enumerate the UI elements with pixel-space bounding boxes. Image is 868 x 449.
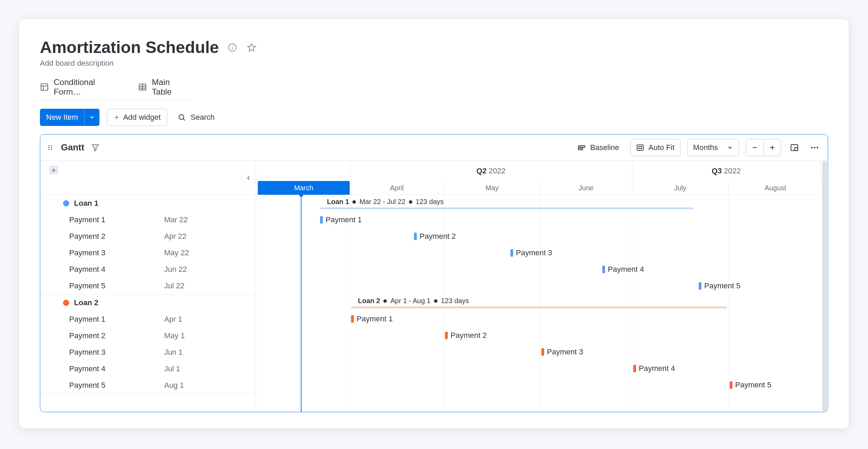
svg-point-32 xyxy=(814,147,816,148)
new-item-dropdown[interactable] xyxy=(84,109,99,126)
star-icon[interactable] xyxy=(246,42,257,53)
vertical-scrollbar[interactable] xyxy=(822,161,827,412)
board-view-icon xyxy=(40,83,49,92)
payment-marker[interactable] xyxy=(730,381,732,389)
item-name: Payment 2 xyxy=(40,232,164,241)
auto-fit-label: Auto Fit xyxy=(648,143,675,152)
svg-point-2 xyxy=(232,45,233,46)
svg-point-19 xyxy=(51,147,52,148)
item-row[interactable]: Payment 1Apr 1 xyxy=(40,311,256,328)
collapse-all-button[interactable] xyxy=(49,165,58,174)
timeline-header: Q2 2022Q3 2022 MarchAprilMayJuneJulyAugu… xyxy=(256,161,828,195)
group-header[interactable]: Loan 2 xyxy=(40,295,256,311)
item-date: Jun 22 xyxy=(164,265,187,274)
svg-point-20 xyxy=(51,149,52,150)
today-indicator xyxy=(301,195,301,412)
item-row[interactable]: Payment 5Aug 1 xyxy=(40,377,256,394)
timeline-quarter-label: Q3 2022 xyxy=(632,161,821,181)
board-description[interactable]: Add board description xyxy=(40,59,828,68)
item-row[interactable]: Payment 2May 1 xyxy=(40,328,256,344)
auto-fit-icon xyxy=(636,143,644,152)
item-name: Payment 3 xyxy=(40,248,164,257)
item-date: Mar 22 xyxy=(164,215,188,224)
item-date: Jul 1 xyxy=(164,364,180,373)
baseline-button[interactable]: Baseline xyxy=(573,139,623,156)
svg-line-14 xyxy=(183,119,185,121)
item-row[interactable]: Payment 5Jul 22 xyxy=(40,278,256,294)
item-date: May 22 xyxy=(164,248,189,257)
board-title[interactable]: Amortization Schedule xyxy=(40,38,219,57)
add-widget-label: Add widget xyxy=(123,113,161,122)
payment-marker[interactable] xyxy=(633,365,636,372)
payment-marker[interactable] xyxy=(351,315,354,323)
zoom-in-button[interactable] xyxy=(763,139,781,156)
item-date: May 1 xyxy=(164,331,185,340)
info-icon[interactable] xyxy=(226,42,238,53)
payment-marker-label: Payment 5 xyxy=(704,281,740,290)
more-options-button[interactable] xyxy=(808,139,822,156)
current-month-pill: March xyxy=(258,181,350,195)
tab-main-table[interactable]: Main Table xyxy=(138,77,191,97)
tab-label: Main Table xyxy=(152,77,191,97)
item-date: Jun 1 xyxy=(164,348,183,357)
search-button[interactable]: Search xyxy=(175,113,215,122)
search-label: Search xyxy=(191,113,215,122)
payment-marker-label: Payment 4 xyxy=(608,265,644,274)
item-row[interactable]: Payment 3May 22 xyxy=(40,245,256,261)
group-span-bar[interactable] xyxy=(351,307,727,308)
search-icon xyxy=(178,113,186,121)
auto-fit-button[interactable]: Auto Fit xyxy=(630,139,680,156)
timeline-month-label: March xyxy=(256,181,350,195)
group-name: Loan 2 xyxy=(74,298,98,307)
item-date: Apr 1 xyxy=(164,315,182,324)
payment-marker[interactable] xyxy=(320,216,323,224)
zoom-level-dropdown[interactable]: Months xyxy=(687,139,739,156)
payment-marker[interactable] xyxy=(602,266,605,273)
item-row[interactable]: Payment 2Apr 22 xyxy=(40,228,256,245)
item-name: Payment 2 xyxy=(40,331,164,340)
app-window: Amortization Schedule Add board descript… xyxy=(19,19,849,428)
payment-marker[interactable] xyxy=(414,233,417,240)
timeline-month-label: May xyxy=(444,181,540,195)
gantt-title: Gantt xyxy=(61,142,84,153)
add-widget-button[interactable]: Add widget xyxy=(107,109,167,126)
group-summary-label: Loan 1Mar 22 - Jul 22123 days xyxy=(327,198,444,206)
timeline-month-label: August xyxy=(729,181,823,195)
payment-marker[interactable] xyxy=(699,282,701,290)
chevron-down-icon xyxy=(727,145,733,151)
tab-label: Conditional Form… xyxy=(54,77,124,97)
payment-marker-label: Payment 4 xyxy=(639,364,675,373)
payment-marker[interactable] xyxy=(541,348,544,356)
svg-point-15 xyxy=(49,145,50,146)
filter-icon[interactable] xyxy=(91,143,99,152)
svg-rect-22 xyxy=(578,146,585,147)
payment-marker-label: Payment 2 xyxy=(451,331,487,340)
svg-point-18 xyxy=(51,145,52,146)
tab-conditional-formatting[interactable]: Conditional Form… xyxy=(40,77,124,97)
item-name: Payment 5 xyxy=(40,381,164,390)
drag-handle-icon[interactable] xyxy=(46,144,54,151)
gantt-widget: Gantt Baseline xyxy=(40,134,828,412)
item-name: Payment 4 xyxy=(40,364,164,373)
group-name: Loan 1 xyxy=(74,199,98,208)
group-span-bar[interactable] xyxy=(320,207,694,209)
scroll-left-button[interactable] xyxy=(241,170,256,185)
new-item-button[interactable]: New Item xyxy=(40,109,99,126)
item-row[interactable]: Payment 3Jun 1 xyxy=(40,344,256,361)
zoom-out-button[interactable] xyxy=(746,139,763,156)
item-row[interactable]: Payment 1Mar 22 xyxy=(40,212,256,228)
group-color-dot xyxy=(63,200,69,206)
svg-rect-25 xyxy=(639,147,642,149)
payment-marker[interactable] xyxy=(510,249,513,257)
payment-marker[interactable] xyxy=(445,332,448,339)
item-row[interactable]: Payment 4Jun 22 xyxy=(40,261,256,278)
baseline-icon xyxy=(577,143,586,152)
payment-marker-label: Payment 2 xyxy=(420,232,456,241)
group-header[interactable]: Loan 1 xyxy=(40,195,256,212)
zoom-controls xyxy=(746,139,781,156)
item-name: Payment 5 xyxy=(40,281,164,290)
item-row[interactable]: Payment 4Jul 1 xyxy=(40,361,256,377)
gantt-left-panel: Loan 1Payment 1Mar 22Payment 2Apr 22Paym… xyxy=(40,161,256,412)
fullscreen-button[interactable] xyxy=(788,139,801,156)
gantt-timeline[interactable]: Q2 2022Q3 2022 MarchAprilMayJuneJulyAugu… xyxy=(256,161,828,412)
